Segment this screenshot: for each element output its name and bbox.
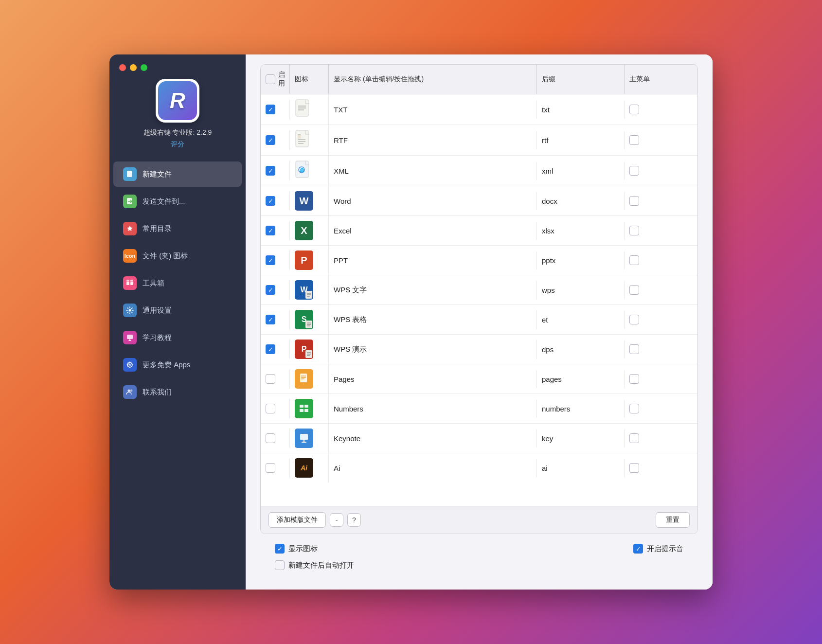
checkbox-excel[interactable]: ✓ bbox=[266, 226, 275, 235]
show-icon-checkbox[interactable]: ✓ bbox=[275, 544, 285, 554]
cell-enable[interactable]: ✓ bbox=[261, 280, 290, 300]
toolbox-icon bbox=[123, 276, 137, 290]
cell-mainmenu[interactable] bbox=[625, 130, 697, 150]
mainmenu-checkbox-txt[interactable] bbox=[629, 105, 639, 114]
cell-enable[interactable]: ✓ bbox=[261, 250, 290, 270]
help-button[interactable]: ? bbox=[347, 513, 361, 527]
mainmenu-checkbox-keynote[interactable] bbox=[629, 433, 639, 443]
table-row: ✓ RTF rtf bbox=[261, 125, 697, 156]
cell-mainmenu[interactable] bbox=[625, 429, 697, 448]
option-row-1: ✓ 显示图标 ✓ 开启提示音 bbox=[275, 544, 683, 554]
cell-name[interactable]: Keynote bbox=[329, 429, 537, 447]
cell-mainmenu[interactable] bbox=[625, 161, 697, 180]
svg-rect-37 bbox=[304, 405, 308, 408]
mainmenu-checkbox-xml[interactable] bbox=[629, 166, 639, 176]
add-template-button[interactable]: 添加模版文件 bbox=[268, 512, 326, 528]
minimize-button[interactable] bbox=[130, 64, 137, 71]
cell-enable[interactable] bbox=[261, 399, 290, 418]
cell-name[interactable]: Ai bbox=[329, 459, 537, 477]
cell-name[interactable]: RTF bbox=[329, 131, 537, 149]
sidebar-item-fileicon-label: 文件 (夹) 图标 bbox=[143, 251, 188, 261]
sidebar-item-favdir[interactable]: 常用目录 bbox=[113, 216, 242, 241]
cell-name[interactable]: Excel bbox=[329, 222, 537, 240]
reset-button[interactable]: 重置 bbox=[656, 512, 690, 528]
cell-enable[interactable] bbox=[261, 458, 290, 478]
cell-enable[interactable]: ✓ bbox=[261, 130, 290, 150]
cell-mainmenu[interactable] bbox=[625, 100, 697, 119]
cell-mainmenu[interactable] bbox=[625, 250, 697, 270]
sidebar: R 超级右键 专业版: 2.2.9 评分 新建文件 发送文件到... bbox=[109, 54, 246, 590]
auto-open-checkbox[interactable] bbox=[275, 560, 285, 570]
mainmenu-checkbox-rtf[interactable] bbox=[629, 135, 639, 145]
remove-button[interactable]: - bbox=[330, 513, 343, 527]
sidebar-item-apps[interactable]: 更多免费 Apps bbox=[113, 352, 242, 377]
cell-name[interactable]: WPS 文字 bbox=[329, 281, 537, 300]
checkbox-wps-ppt[interactable]: ✓ bbox=[266, 344, 275, 354]
favdir-icon bbox=[123, 222, 137, 235]
sidebar-item-sendfile[interactable]: 发送文件到... bbox=[113, 189, 242, 214]
mainmenu-checkbox-ai[interactable] bbox=[629, 463, 639, 473]
rtf-icon bbox=[295, 130, 312, 150]
sidebar-item-newfile[interactable]: 新建文件 bbox=[113, 161, 242, 187]
sidebar-item-settings[interactable]: 通用设置 bbox=[113, 298, 242, 323]
sound-checkbox[interactable]: ✓ bbox=[633, 544, 643, 554]
cell-mainmenu[interactable] bbox=[625, 191, 697, 211]
cell-mainmenu[interactable] bbox=[625, 340, 697, 359]
cell-mainmenu[interactable] bbox=[625, 310, 697, 329]
rating-link[interactable]: 评分 bbox=[171, 140, 184, 149]
cell-name[interactable]: WPS 演示 bbox=[329, 340, 537, 359]
checkbox-ppt[interactable]: ✓ bbox=[266, 255, 275, 265]
mainmenu-checkbox-wps-ppt[interactable] bbox=[629, 344, 639, 354]
cell-mainmenu[interactable] bbox=[625, 399, 697, 418]
mainmenu-checkbox-pages[interactable] bbox=[629, 374, 639, 384]
checkbox-wps-sheet[interactable]: ✓ bbox=[266, 315, 275, 324]
header-suffix: 后缀 bbox=[537, 65, 625, 94]
cell-enable[interactable]: ✓ bbox=[261, 221, 290, 240]
cell-name[interactable]: PPT bbox=[329, 251, 537, 269]
cell-name[interactable]: Numbers bbox=[329, 400, 537, 418]
cell-name[interactable]: WPS 表格 bbox=[329, 310, 537, 329]
checkbox-txt[interactable]: ✓ bbox=[266, 105, 275, 114]
mainmenu-checkbox-wps-sheet[interactable] bbox=[629, 315, 639, 324]
checkbox-rtf[interactable]: ✓ bbox=[266, 135, 275, 145]
cell-name[interactable]: XML bbox=[329, 162, 537, 180]
cell-enable[interactable]: ✓ bbox=[261, 340, 290, 359]
svg-rect-7 bbox=[127, 335, 133, 339]
checkbox-word[interactable]: ✓ bbox=[266, 196, 275, 206]
mainmenu-checkbox-excel[interactable] bbox=[629, 226, 639, 235]
cell-suffix: txt bbox=[537, 101, 625, 119]
mainmenu-checkbox-numbers[interactable] bbox=[629, 404, 639, 413]
cell-enable[interactable] bbox=[261, 429, 290, 448]
sidebar-item-newfile-label: 新建文件 bbox=[143, 170, 172, 179]
maximize-button[interactable] bbox=[141, 64, 147, 71]
sidebar-item-toolbox[interactable]: 工具箱 bbox=[113, 270, 242, 296]
sidebar-item-toolbox-label: 工具箱 bbox=[143, 279, 164, 288]
mainmenu-checkbox-wps-text[interactable] bbox=[629, 285, 639, 295]
sidebar-item-tutorial[interactable]: 学习教程 bbox=[113, 325, 242, 350]
cell-mainmenu[interactable] bbox=[625, 369, 697, 389]
cell-name[interactable]: Word bbox=[329, 192, 537, 210]
cell-mainmenu[interactable] bbox=[625, 221, 697, 240]
cell-enable[interactable]: ✓ bbox=[261, 100, 290, 119]
close-button[interactable] bbox=[119, 64, 126, 71]
cell-enable[interactable]: ✓ bbox=[261, 310, 290, 329]
cell-suffix: xlsx bbox=[537, 222, 625, 240]
checkbox-pages[interactable] bbox=[266, 374, 275, 384]
checkbox-xml[interactable]: ✓ bbox=[266, 166, 275, 176]
mainmenu-checkbox-word[interactable] bbox=[629, 196, 639, 206]
cell-enable[interactable] bbox=[261, 369, 290, 389]
header-checkbox[interactable] bbox=[266, 74, 275, 84]
checkbox-numbers[interactable] bbox=[266, 404, 275, 413]
cell-enable[interactable]: ✓ bbox=[261, 191, 290, 211]
cell-name[interactable]: TXT bbox=[329, 101, 537, 119]
sidebar-item-fileicon[interactable]: Icon 文件 (夹) 图标 bbox=[113, 243, 242, 268]
checkbox-ai[interactable] bbox=[266, 463, 275, 473]
checkbox-wps-text[interactable]: ✓ bbox=[266, 285, 275, 295]
mainmenu-checkbox-ppt[interactable] bbox=[629, 255, 639, 265]
cell-mainmenu[interactable] bbox=[625, 458, 697, 478]
cell-name[interactable]: Pages bbox=[329, 370, 537, 388]
checkbox-keynote[interactable] bbox=[266, 433, 275, 443]
sidebar-item-contact[interactable]: 联系我们 bbox=[113, 379, 242, 405]
cell-mainmenu[interactable] bbox=[625, 280, 697, 300]
cell-enable[interactable]: ✓ bbox=[261, 161, 290, 180]
